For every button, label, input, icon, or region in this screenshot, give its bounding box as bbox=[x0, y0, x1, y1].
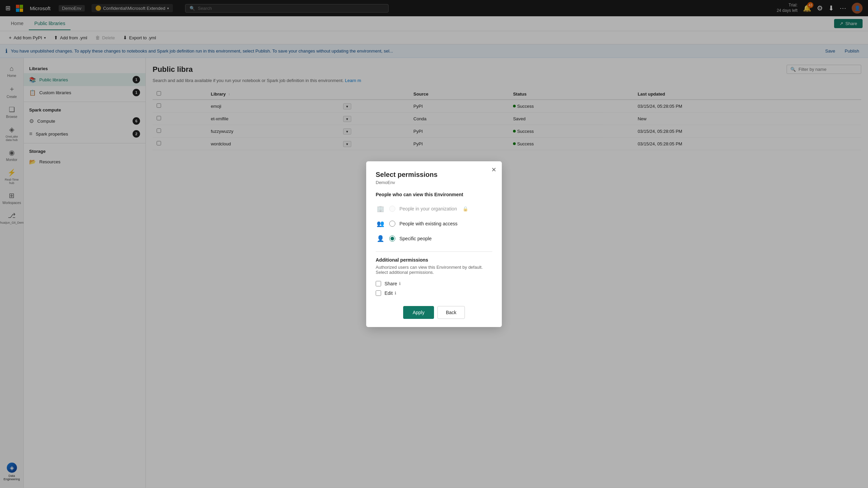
checkbox-edit[interactable]: Edit ℹ bbox=[376, 288, 492, 298]
specific-icon-wrap: 👤 bbox=[376, 234, 385, 243]
additional-title: Additional permissions bbox=[376, 257, 492, 263]
back-button[interactable]: Back bbox=[437, 306, 465, 319]
lock-icon: 🔒 bbox=[462, 206, 468, 211]
share-label: Share ℹ bbox=[384, 281, 401, 286]
edit-label: Edit ℹ bbox=[384, 290, 396, 296]
share-info-icon: ℹ bbox=[399, 281, 401, 286]
select-permissions-dialog: ✕ Select permissions DemoEnv People who … bbox=[366, 161, 502, 327]
radio-option-org: 🏢 People in your organization 🔒 bbox=[376, 201, 492, 216]
edit-checkbox[interactable] bbox=[376, 290, 381, 296]
radio-option-specific[interactable]: 👤 Specific people bbox=[376, 231, 492, 246]
radio-label-existing: People with existing access bbox=[399, 221, 457, 226]
building-icon: 🏢 bbox=[377, 205, 384, 212]
edit-info-icon: ℹ bbox=[395, 291, 396, 296]
radio-input-specific[interactable] bbox=[389, 236, 395, 242]
radio-input-existing[interactable] bbox=[389, 221, 395, 227]
radio-label-specific: Specific people bbox=[399, 236, 432, 241]
section-divider bbox=[376, 251, 492, 252]
view-section-label: People who can view this Environment bbox=[376, 192, 492, 197]
radio-label-org: People in your organization bbox=[399, 206, 457, 211]
share-checkbox[interactable] bbox=[376, 281, 381, 286]
additional-permissions-section: Additional permissions Authorized users … bbox=[376, 257, 492, 298]
people-icon: 👥 bbox=[377, 220, 384, 227]
existing-icon-wrap: 👥 bbox=[376, 219, 385, 228]
radio-option-existing[interactable]: 👥 People with existing access bbox=[376, 216, 492, 231]
dialog-overlay: ✕ Select permissions DemoEnv People who … bbox=[0, 0, 868, 488]
checkbox-share[interactable]: Share ℹ bbox=[376, 279, 492, 288]
specific-people-icon: 👤 bbox=[377, 235, 384, 242]
apply-button[interactable]: Apply bbox=[403, 306, 434, 319]
dialog-title: Select permissions bbox=[376, 171, 492, 179]
dialog-subtitle: DemoEnv bbox=[376, 180, 492, 185]
dialog-close-button[interactable]: ✕ bbox=[491, 167, 496, 173]
org-icon-wrap: 🏢 bbox=[376, 204, 385, 214]
radio-input-org[interactable] bbox=[389, 206, 395, 212]
additional-desc: Authorized users can view this Environme… bbox=[376, 265, 492, 275]
dialog-footer: Apply Back bbox=[376, 306, 492, 319]
